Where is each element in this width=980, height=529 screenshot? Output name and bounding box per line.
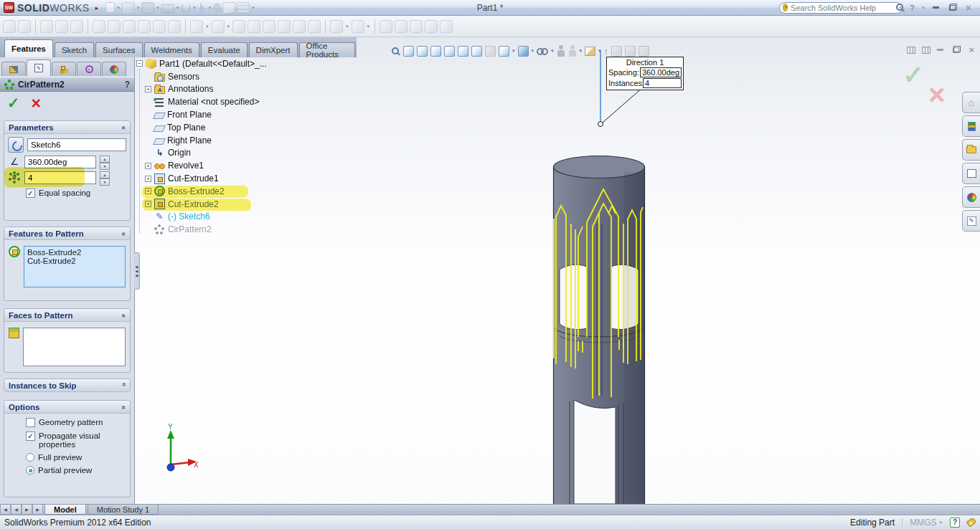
first-study-button[interactable]: ◀ <box>0 505 11 515</box>
options-icon[interactable] <box>237 2 250 14</box>
expander-icon[interactable]: + <box>145 201 151 207</box>
tab-features[interactable]: Features <box>4 39 53 57</box>
section-view-icon[interactable] <box>430 46 441 57</box>
parameters-header[interactable]: Parameters « <box>4 121 130 134</box>
model-leg-opening[interactable] <box>574 400 616 504</box>
collapse-chevron-icon[interactable]: « <box>121 314 128 317</box>
print-caret-icon[interactable]: ▾ <box>176 5 179 11</box>
display-style-caret-icon[interactable]: ▾ <box>532 48 534 54</box>
pattern-axis-icon[interactable] <box>8 137 24 153</box>
expander-icon[interactable]: + <box>145 176 151 182</box>
pattern-axis-input[interactable] <box>27 138 126 151</box>
tab-office-products[interactable]: Office Products <box>299 42 355 57</box>
units-caret-icon[interactable]: ▾ <box>939 520 942 525</box>
close-button[interactable]: × <box>963 2 974 14</box>
angle-spinner[interactable]: ▲▼ <box>100 156 110 168</box>
tab-dimxpert[interactable]: DimXpert <box>249 42 298 57</box>
faces-to-pattern-list[interactable] <box>23 328 126 366</box>
tree-item-revolve1[interactable]: + Revolve1 <box>136 159 305 172</box>
features-to-pattern-list[interactable]: Boss-Extrude2 Cut-Extrude2 <box>24 246 126 287</box>
pm-help-icon[interactable]: ? <box>125 80 130 90</box>
tag-icon[interactable] <box>966 517 977 527</box>
tab-feature-manager[interactable] <box>1 62 26 76</box>
pane-left-icon[interactable] <box>907 47 915 54</box>
new-document-icon[interactable] <box>105 2 115 13</box>
zoom-to-fit-icon[interactable] <box>391 47 400 56</box>
tab-display-manager[interactable] <box>102 62 126 76</box>
zoom-to-area-icon[interactable] <box>403 46 414 57</box>
display-style-icon[interactable] <box>518 46 529 57</box>
view-orientation-caret-icon[interactable]: ▾ <box>512 48 515 54</box>
tree-item-right-plane[interactable]: Right Plane <box>136 134 305 147</box>
quick-tips-icon[interactable]: ? <box>950 518 960 528</box>
tab-custom-properties[interactable]: ✎ <box>962 210 980 232</box>
tab-surfaces[interactable]: Surfaces <box>95 42 142 57</box>
expander-icon[interactable]: + <box>145 163 151 169</box>
last-study-button[interactable]: ▶ <box>32 505 43 515</box>
tab-property-manager[interactable]: ✎ <box>27 59 51 76</box>
options-header[interactable]: Options « <box>4 401 130 414</box>
tree-item-sensors[interactable]: Sensors <box>136 70 305 83</box>
partial-preview-row[interactable]: Partial preview <box>4 462 130 475</box>
collapse-chevron-icon[interactable]: « <box>121 406 128 409</box>
select-caret-icon[interactable]: ▾ <box>209 5 212 11</box>
prev-study-button[interactable]: ◀ <box>11 505 22 515</box>
equal-spacing-checkbox[interactable]: ✓ <box>26 189 35 198</box>
save-caret-icon[interactable]: ▾ <box>156 5 159 11</box>
tab-solidworks-resources[interactable]: ⌂ <box>962 92 980 113</box>
search-input[interactable] <box>791 4 892 12</box>
view-cube-icon[interactable] <box>458 46 468 57</box>
view-cube-icon[interactable] <box>444 46 455 57</box>
new-caret-icon[interactable]: ▾ <box>117 5 120 11</box>
pm-cancel-button[interactable]: × <box>32 96 41 110</box>
next-study-button[interactable]: ▶ <box>22 505 32 515</box>
tree-item-part[interactable]: − Part1 (Default<<Default>_... <box>136 57 305 70</box>
pane-right-icon[interactable] <box>922 47 930 54</box>
instances-value-field[interactable]: 4 <box>643 78 682 88</box>
expander-icon[interactable]: + <box>145 86 151 92</box>
previous-view-icon[interactable] <box>417 46 428 57</box>
tab-configuration-manager[interactable] <box>52 62 76 76</box>
tree-item-top-plane[interactable]: Top Plane <box>136 121 305 134</box>
confirm-ok-button[interactable]: ✓ <box>903 60 924 90</box>
view-cube-icon[interactable] <box>471 46 482 57</box>
menu-flyout-icon[interactable]: ▸ <box>95 4 99 11</box>
undo-caret-icon[interactable]: ▾ <box>193 5 196 11</box>
pin-icon[interactable] <box>213 3 221 12</box>
hide-show-caret-icon[interactable]: ▾ <box>551 48 554 54</box>
tab-file-explorer[interactable] <box>962 139 980 161</box>
tree-item-sketch6[interactable]: ✎ (-) Sketch6 <box>136 211 305 224</box>
tab-design-library[interactable] <box>962 115 980 137</box>
tree-item-cut-extrude2[interactable]: + Cut-Extrude2 <box>136 198 305 211</box>
view-orientation-icon[interactable] <box>499 46 509 57</box>
features-to-pattern-header[interactable]: Features to Pattern « <box>4 227 130 240</box>
tab-weldments[interactable]: Weldments <box>144 42 199 57</box>
tree-item-annotations[interactable]: + A Annotations <box>136 83 305 96</box>
expander-icon[interactable]: + <box>145 188 151 194</box>
spin-up-icon[interactable]: ▲ <box>100 156 110 163</box>
full-preview-radio[interactable] <box>26 453 34 462</box>
tab-evaluate[interactable]: Evaluate <box>201 42 248 57</box>
angle-input[interactable] <box>24 156 96 168</box>
apply-scene-icon[interactable] <box>585 47 595 56</box>
view-setting-icon[interactable]: ↑ <box>604 46 609 57</box>
full-preview-row[interactable]: Full preview <box>4 449 130 462</box>
open-caret-icon[interactable]: ▾ <box>137 5 140 11</box>
expander-icon[interactable]: − <box>136 60 143 67</box>
tab-appearances[interactable] <box>962 186 980 208</box>
expand-chevron-icon[interactable]: » <box>121 384 128 387</box>
instance-spinner[interactable]: ▲▼ <box>100 171 110 184</box>
direction-anchor-point[interactable] <box>598 122 603 127</box>
propagate-checkbox[interactable]: ✓ <box>26 432 35 441</box>
spacing-value-field[interactable]: 360.00deg <box>640 67 682 77</box>
doc-minimize-button[interactable] <box>937 49 943 51</box>
hide-show-items-icon[interactable] <box>537 47 548 55</box>
collapse-chevron-icon[interactable]: « <box>121 126 128 129</box>
tree-item-origin[interactable]: ↳ Origin <box>136 147 305 160</box>
help-search-box[interactable]: ? ▾ <box>779 2 903 14</box>
list-item[interactable]: Boss-Extrude2 <box>27 248 122 257</box>
collapse-chevron-icon[interactable]: « <box>121 232 128 235</box>
tab-sketch[interactable]: Sketch <box>55 42 94 57</box>
pm-ok-button[interactable]: ✓ <box>7 95 20 112</box>
select-cursor-icon[interactable] <box>198 2 207 14</box>
